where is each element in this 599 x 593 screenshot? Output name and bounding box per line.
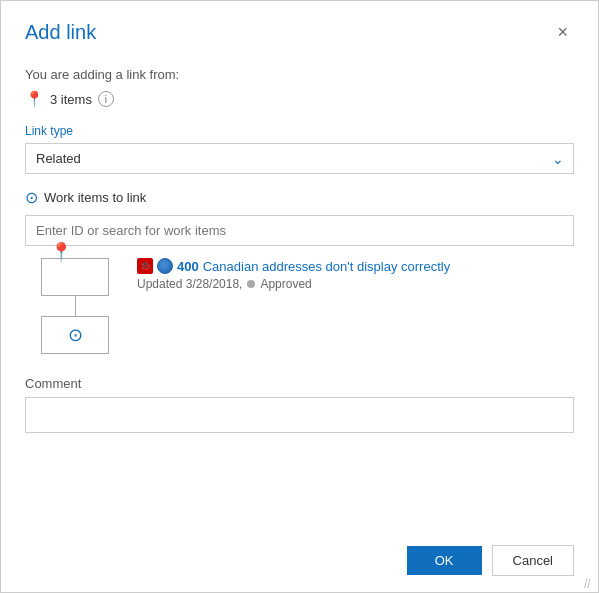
add-link-dialog: Add link × You are adding a link from: 📍… — [0, 0, 599, 593]
link-type-wrapper: Related Child Parent Predecessor Success… — [25, 143, 574, 174]
bug-icon: 🐞 — [137, 258, 153, 274]
dialog-body: You are adding a link from: 📍 3 items i … — [1, 57, 598, 531]
dialog-footer: OK Cancel — [1, 531, 598, 592]
result-title: Canadian addresses don't display correct… — [203, 259, 450, 274]
dialog-header: Add link × — [1, 1, 598, 57]
result-title-row: 🐞 400 Canadian addresses don't display c… — [137, 258, 450, 274]
tree-top-box: 📍 — [41, 258, 109, 296]
subtitle-text: You are adding a link from: — [25, 67, 574, 82]
close-button[interactable]: × — [551, 19, 574, 45]
status-dot-icon — [247, 280, 255, 288]
dialog-title: Add link — [25, 21, 96, 44]
tree-connector-line — [75, 296, 76, 316]
work-items-search-input[interactable] — [25, 215, 574, 246]
link-type-label: Link type — [25, 124, 574, 138]
work-items-label: Work items to link — [44, 190, 146, 205]
pin-icon: 📍 — [25, 90, 44, 108]
tree-area: 📍 ⊙ 🐞 400 Canadian addresses don't displ… — [25, 258, 574, 354]
tree-bottom-box: ⊙ — [41, 316, 109, 354]
result-item: 🐞 400 Canadian addresses don't display c… — [137, 258, 450, 291]
info-icon[interactable]: i — [98, 91, 114, 107]
comment-input[interactable] — [25, 397, 574, 433]
ok-button[interactable]: OK — [407, 546, 482, 575]
result-id: 400 — [177, 259, 199, 274]
link-type-section: Link type Related Child Parent Predecess… — [25, 124, 574, 174]
resize-handle[interactable]: // — [584, 578, 594, 588]
comment-label: Comment — [25, 376, 574, 391]
link-type-select[interactable]: Related Child Parent Predecessor Success… — [25, 143, 574, 174]
globe-icon — [157, 258, 173, 274]
tree-pin-icon: 📍 — [50, 241, 72, 263]
tree-diagram: 📍 ⊙ — [25, 258, 125, 354]
target-icon: ⊙ — [25, 188, 38, 207]
items-count: 3 items — [50, 92, 92, 107]
tree-target-icon: ⊙ — [68, 324, 83, 346]
items-row: 📍 3 items i — [25, 90, 574, 108]
result-status: Approved — [260, 277, 311, 291]
cancel-button[interactable]: Cancel — [492, 545, 574, 576]
comment-section: Comment — [25, 376, 574, 433]
result-meta: Updated 3/28/2018, Approved — [137, 277, 450, 291]
work-items-label-row: ⊙ Work items to link — [25, 188, 574, 207]
result-updated: Updated 3/28/2018, — [137, 277, 242, 291]
